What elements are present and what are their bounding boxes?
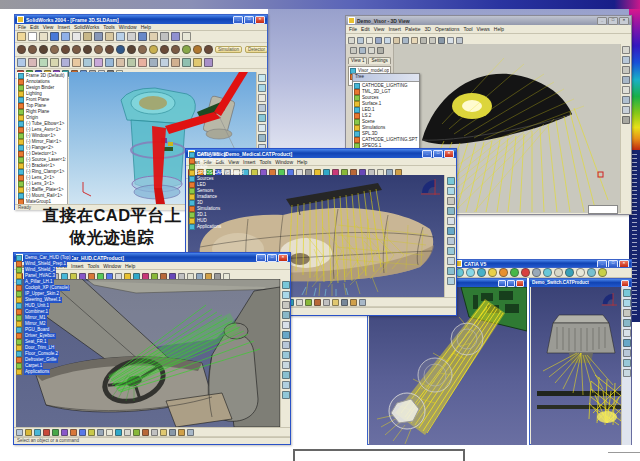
toolbar-icon[interactable] [393, 37, 400, 44]
toolbar-icon[interactable] [499, 268, 508, 277]
toolbar-icon[interactable] [94, 58, 103, 67]
toolbar-icon[interactable] [142, 429, 149, 436]
toolbar-icon[interactable] [282, 331, 290, 339]
maximize-button[interactable]: □ [433, 150, 443, 158]
tree-item[interactable]: (-) Baffle_Plate<1> [18, 187, 66, 193]
lens-icon[interactable] [17, 45, 26, 54]
catia-pair-title-bar[interactable]: CATIA V5 _ □ × [452, 259, 632, 268]
toolbar-icon[interactable] [438, 37, 445, 44]
toolbar-icon[interactable] [258, 74, 266, 82]
toolbar-icon[interactable] [187, 429, 194, 436]
toolbar-icon[interactable] [282, 301, 290, 309]
switch-viewport[interactable] [531, 287, 632, 445]
menu-item[interactable]: Help [141, 24, 151, 30]
tree-item[interactable]: (-) Lens_Asm<1> [18, 127, 66, 133]
menu-item[interactable]: Tools [103, 24, 115, 30]
lens-icon[interactable] [28, 45, 37, 54]
toolbar-icon[interactable] [488, 268, 497, 277]
toolbar-icon[interactable] [133, 429, 140, 436]
toolbar-icon[interactable] [61, 58, 70, 67]
toolbar-icon[interactable] [565, 268, 574, 277]
maximize-button[interactable]: □ [608, 260, 618, 268]
toolbar-icon[interactable] [282, 371, 290, 379]
toolbar-icon[interactable] [258, 114, 266, 122]
toolbar-icon[interactable] [623, 319, 631, 327]
tree-item[interactable]: Applications [189, 224, 267, 230]
toolbar-icon[interactable] [17, 32, 26, 41]
toolbar-icon[interactable] [623, 289, 631, 297]
menu-item[interactable]: Help [494, 26, 504, 32]
toolbar-icon[interactable] [368, 47, 375, 54]
toolbar-icon[interactable] [171, 58, 180, 67]
menu-item[interactable]: Views [477, 26, 490, 32]
toolbar-icon[interactable] [296, 299, 303, 306]
toolbar-icon[interactable] [598, 268, 607, 277]
toolbar-icon[interactable] [83, 58, 92, 67]
toolbar-icon[interactable] [623, 299, 631, 307]
toolbar-icon[interactable] [70, 429, 77, 436]
tree-item[interactable]: (-) Mount_Rail<1> [18, 193, 66, 199]
menu-item[interactable]: Tool [463, 26, 472, 32]
close-button[interactable]: × [255, 16, 265, 24]
toolbar-icon[interactable] [623, 309, 631, 317]
toolbar-icon[interactable] [622, 76, 630, 84]
tree-item[interactable]: (-) Source_Laser<1> [18, 157, 66, 163]
toolbar-icon[interactable] [377, 47, 384, 54]
minimize-button[interactable]: _ [422, 150, 432, 158]
toolbar-icon[interactable] [466, 268, 475, 277]
minimize-button[interactable]: _ [597, 17, 607, 25]
solidworks-title-bar[interactable]: SolidWorks 2004 - [Frame 3D.SLDAsm] _ □ … [15, 15, 267, 24]
menu-item[interactable]: Help [297, 159, 307, 165]
toolbar-icon[interactable] [138, 58, 147, 67]
lens-icon[interactable] [160, 45, 169, 54]
toolbar-icon[interactable] [61, 32, 70, 41]
maximize-button[interactable]: □ [608, 17, 618, 25]
menu-item[interactable]: Operations [435, 26, 459, 32]
toolbar-icon[interactable] [554, 268, 563, 277]
toolbar-icon[interactable] [447, 227, 455, 235]
toolbar-icon[interactable] [39, 58, 48, 67]
lens-icon[interactable] [105, 45, 114, 54]
toolbar-icon[interactable] [510, 268, 519, 277]
toolbar-icon[interactable] [350, 47, 357, 54]
lens-icon[interactable] [72, 45, 81, 54]
toolbar-icon[interactable] [282, 341, 290, 349]
menu-item[interactable]: Edit [361, 26, 370, 32]
toolbar-icon[interactable] [587, 268, 596, 277]
close-button[interactable] [516, 280, 524, 287]
raytracer-title-bar[interactable]: Demo_Visor - 3D View _ □ × [346, 16, 631, 25]
toolbar-icon[interactable] [447, 37, 454, 44]
tree-item[interactable]: (-) Mirror_Flat<1> [18, 139, 66, 145]
toolbar-icon[interactable] [282, 291, 290, 299]
lens-icon[interactable] [171, 45, 180, 54]
toolbar-icon[interactable] [323, 299, 330, 306]
menu-item[interactable]: Edit [30, 24, 39, 30]
toolbar-icon[interactable] [359, 47, 366, 54]
toolbar-icon[interactable] [52, 429, 59, 436]
menu-item[interactable]: Help [125, 263, 135, 269]
menu-item[interactable]: Insert [388, 26, 401, 32]
toolbar-icon[interactable] [17, 58, 26, 67]
toolbar-icon[interactable] [193, 58, 202, 67]
toolbar-icon[interactable] [171, 32, 180, 41]
toolbar-icon[interactable] [622, 106, 630, 114]
toolbar-icon[interactable] [88, 429, 95, 436]
toolbar-icon[interactable] [622, 56, 630, 64]
toolbar-icon[interactable] [149, 58, 158, 67]
toolbar-icon[interactable] [447, 277, 455, 285]
lens-icon[interactable] [127, 45, 136, 54]
toolbar-icon[interactable] [447, 197, 455, 205]
toolbar-icon[interactable] [97, 429, 104, 436]
panel-title[interactable]: Tree [353, 74, 419, 82]
toolbar-icon[interactable] [127, 58, 136, 67]
toolbar-icon[interactable] [282, 321, 290, 329]
menu-item[interactable]: View [374, 26, 385, 32]
toolbar-icon[interactable] [282, 361, 290, 369]
lens-icon[interactable] [204, 45, 213, 54]
toolbar-icon[interactable] [357, 37, 364, 44]
menu-item[interactable]: File [349, 26, 357, 32]
toolbar-icon[interactable] [105, 32, 114, 41]
toolbar-icon[interactable] [258, 134, 266, 142]
toolbar-icon[interactable] [50, 58, 59, 67]
panel-button[interactable]: Detector [245, 46, 267, 54]
